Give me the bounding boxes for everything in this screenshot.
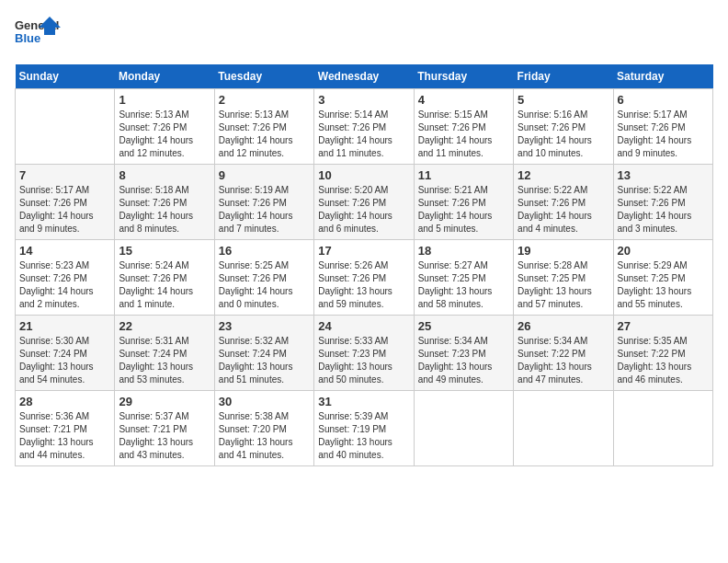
calendar-cell: 7Sunrise: 5:17 AM Sunset: 7:26 PM Daylig… — [16, 165, 115, 240]
day-number: 8 — [119, 168, 210, 182]
day-number: 28 — [19, 395, 110, 408]
day-info: Sunrise: 5:28 AM Sunset: 7:25 PM Dayligh… — [518, 259, 609, 311]
calendar-cell: 12Sunrise: 5:22 AM Sunset: 7:26 PM Dayli… — [514, 165, 613, 240]
day-number: 4 — [418, 93, 509, 107]
calendar-cell: 28Sunrise: 5:36 AM Sunset: 7:21 PM Dayli… — [16, 391, 115, 466]
calendar-cell: 29Sunrise: 5:37 AM Sunset: 7:21 PM Dayli… — [115, 391, 214, 466]
day-info: Sunrise: 5:23 AM Sunset: 7:26 PM Dayligh… — [19, 259, 110, 311]
calendar-cell: 21Sunrise: 5:30 AM Sunset: 7:24 PM Dayli… — [16, 316, 115, 391]
week-row-4: 21Sunrise: 5:30 AM Sunset: 7:24 PM Dayli… — [16, 316, 713, 391]
page-header: GeneralBlue — [15, 15, 713, 53]
day-info: Sunrise: 5:27 AM Sunset: 7:25 PM Dayligh… — [418, 259, 509, 311]
calendar-cell: 5Sunrise: 5:16 AM Sunset: 7:26 PM Daylig… — [514, 89, 613, 165]
calendar-cell: 25Sunrise: 5:34 AM Sunset: 7:23 PM Dayli… — [414, 316, 513, 391]
week-row-2: 7Sunrise: 5:17 AM Sunset: 7:26 PM Daylig… — [16, 165, 713, 240]
calendar-cell — [414, 391, 513, 466]
calendar-cell: 16Sunrise: 5:25 AM Sunset: 7:26 PM Dayli… — [214, 240, 313, 316]
week-row-5: 28Sunrise: 5:36 AM Sunset: 7:21 PM Dayli… — [16, 391, 713, 466]
calendar-cell: 19Sunrise: 5:28 AM Sunset: 7:25 PM Dayli… — [514, 240, 613, 316]
day-number: 15 — [119, 244, 210, 258]
day-info: Sunrise: 5:38 AM Sunset: 7:20 PM Dayligh… — [219, 410, 310, 462]
day-header-tuesday: Tuesday — [214, 64, 313, 89]
week-row-1: 1Sunrise: 5:13 AM Sunset: 7:26 PM Daylig… — [16, 89, 713, 165]
day-number: 3 — [318, 93, 409, 107]
day-number: 5 — [518, 93, 609, 107]
day-number: 9 — [219, 168, 310, 182]
day-number: 27 — [618, 319, 709, 333]
day-info: Sunrise: 5:32 AM Sunset: 7:24 PM Dayligh… — [219, 335, 310, 386]
day-info: Sunrise: 5:17 AM Sunset: 7:26 PM Dayligh… — [19, 184, 110, 236]
logo: GeneralBlue — [15, 15, 61, 53]
day-info: Sunrise: 5:13 AM Sunset: 7:26 PM Dayligh… — [119, 109, 210, 160]
day-info: Sunrise: 5:35 AM Sunset: 7:22 PM Dayligh… — [618, 335, 709, 386]
day-number: 21 — [19, 319, 110, 333]
day-number: 18 — [418, 244, 509, 258]
day-number: 7 — [19, 168, 110, 182]
calendar-cell: 6Sunrise: 5:17 AM Sunset: 7:26 PM Daylig… — [613, 89, 712, 165]
day-header-thursday: Thursday — [414, 64, 513, 89]
day-info: Sunrise: 5:14 AM Sunset: 7:26 PM Dayligh… — [318, 109, 409, 160]
day-info: Sunrise: 5:25 AM Sunset: 7:26 PM Dayligh… — [219, 259, 310, 311]
day-number: 12 — [518, 168, 609, 182]
calendar-cell: 3Sunrise: 5:14 AM Sunset: 7:26 PM Daylig… — [314, 89, 414, 165]
calendar-cell: 31Sunrise: 5:39 AM Sunset: 7:19 PM Dayli… — [314, 391, 414, 466]
calendar-cell: 20Sunrise: 5:29 AM Sunset: 7:25 PM Dayli… — [613, 240, 712, 316]
calendar-cell — [514, 391, 613, 466]
day-header-sunday: Sunday — [16, 64, 115, 89]
svg-text:Blue: Blue — [15, 31, 40, 45]
day-number: 30 — [219, 395, 310, 408]
header-row: SundayMondayTuesdayWednesdayThursdayFrid… — [16, 64, 713, 89]
day-info: Sunrise: 5:39 AM Sunset: 7:19 PM Dayligh… — [318, 410, 409, 462]
day-number: 6 — [618, 93, 709, 107]
calendar-cell: 15Sunrise: 5:24 AM Sunset: 7:26 PM Dayli… — [115, 240, 214, 316]
logo-svg: GeneralBlue — [15, 15, 61, 53]
day-info: Sunrise: 5:19 AM Sunset: 7:26 PM Dayligh… — [219, 184, 310, 236]
day-info: Sunrise: 5:34 AM Sunset: 7:23 PM Dayligh… — [418, 335, 509, 386]
calendar-cell: 23Sunrise: 5:32 AM Sunset: 7:24 PM Dayli… — [214, 316, 313, 391]
calendar-cell: 18Sunrise: 5:27 AM Sunset: 7:25 PM Dayli… — [414, 240, 513, 316]
day-header-wednesday: Wednesday — [314, 64, 414, 89]
day-info: Sunrise: 5:22 AM Sunset: 7:26 PM Dayligh… — [518, 184, 609, 236]
day-info: Sunrise: 5:21 AM Sunset: 7:26 PM Dayligh… — [418, 184, 509, 236]
day-number: 17 — [318, 244, 409, 258]
day-number: 22 — [119, 319, 210, 333]
day-info: Sunrise: 5:18 AM Sunset: 7:26 PM Dayligh… — [119, 184, 210, 236]
day-info: Sunrise: 5:33 AM Sunset: 7:23 PM Dayligh… — [318, 335, 409, 386]
calendar-cell: 11Sunrise: 5:21 AM Sunset: 7:26 PM Dayli… — [414, 165, 513, 240]
calendar-cell — [16, 89, 115, 165]
calendar-cell: 17Sunrise: 5:26 AM Sunset: 7:26 PM Dayli… — [314, 240, 414, 316]
day-info: Sunrise: 5:20 AM Sunset: 7:26 PM Dayligh… — [318, 184, 409, 236]
day-info: Sunrise: 5:15 AM Sunset: 7:26 PM Dayligh… — [418, 109, 509, 160]
day-info: Sunrise: 5:37 AM Sunset: 7:21 PM Dayligh… — [119, 410, 210, 462]
day-number: 10 — [318, 168, 409, 182]
day-number: 24 — [318, 319, 409, 333]
week-row-3: 14Sunrise: 5:23 AM Sunset: 7:26 PM Dayli… — [16, 240, 713, 316]
day-info: Sunrise: 5:24 AM Sunset: 7:26 PM Dayligh… — [119, 259, 210, 311]
calendar-cell: 26Sunrise: 5:34 AM Sunset: 7:22 PM Dayli… — [514, 316, 613, 391]
day-number: 23 — [219, 319, 310, 333]
day-info: Sunrise: 5:29 AM Sunset: 7:25 PM Dayligh… — [618, 259, 709, 311]
day-number: 25 — [418, 319, 509, 333]
calendar-cell: 24Sunrise: 5:33 AM Sunset: 7:23 PM Dayli… — [314, 316, 414, 391]
day-info: Sunrise: 5:16 AM Sunset: 7:26 PM Dayligh… — [518, 109, 609, 160]
day-info: Sunrise: 5:34 AM Sunset: 7:22 PM Dayligh… — [518, 335, 609, 386]
day-number: 13 — [618, 168, 709, 182]
calendar-cell: 10Sunrise: 5:20 AM Sunset: 7:26 PM Dayli… — [314, 165, 414, 240]
day-header-saturday: Saturday — [613, 64, 712, 89]
day-number: 26 — [518, 319, 609, 333]
day-info: Sunrise: 5:30 AM Sunset: 7:24 PM Dayligh… — [19, 335, 110, 386]
day-number: 14 — [19, 244, 110, 258]
calendar-cell — [613, 391, 712, 466]
day-number: 19 — [518, 244, 609, 258]
day-number: 11 — [418, 168, 509, 182]
calendar-cell: 2Sunrise: 5:13 AM Sunset: 7:26 PM Daylig… — [214, 89, 313, 165]
calendar-cell: 1Sunrise: 5:13 AM Sunset: 7:26 PM Daylig… — [115, 89, 214, 165]
day-info: Sunrise: 5:31 AM Sunset: 7:24 PM Dayligh… — [119, 335, 210, 386]
calendar-cell: 14Sunrise: 5:23 AM Sunset: 7:26 PM Dayli… — [16, 240, 115, 316]
calendar-cell: 30Sunrise: 5:38 AM Sunset: 7:20 PM Dayli… — [214, 391, 313, 466]
day-info: Sunrise: 5:26 AM Sunset: 7:26 PM Dayligh… — [318, 259, 409, 311]
calendar-table: SundayMondayTuesdayWednesdayThursdayFrid… — [15, 64, 713, 466]
day-header-monday: Monday — [115, 64, 214, 89]
day-info: Sunrise: 5:13 AM Sunset: 7:26 PM Dayligh… — [219, 109, 310, 160]
day-info: Sunrise: 5:22 AM Sunset: 7:26 PM Dayligh… — [618, 184, 709, 236]
